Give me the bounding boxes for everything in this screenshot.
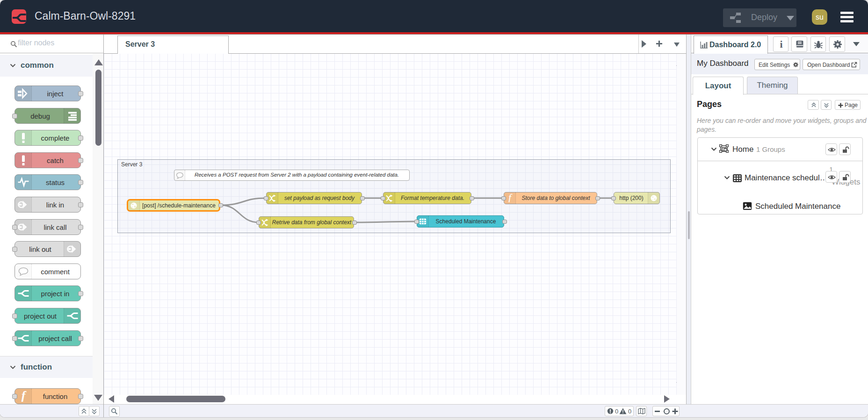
- svg-text:f: f: [508, 194, 513, 202]
- svg-text:f: f: [22, 391, 27, 402]
- svg-text:i: i: [780, 40, 782, 50]
